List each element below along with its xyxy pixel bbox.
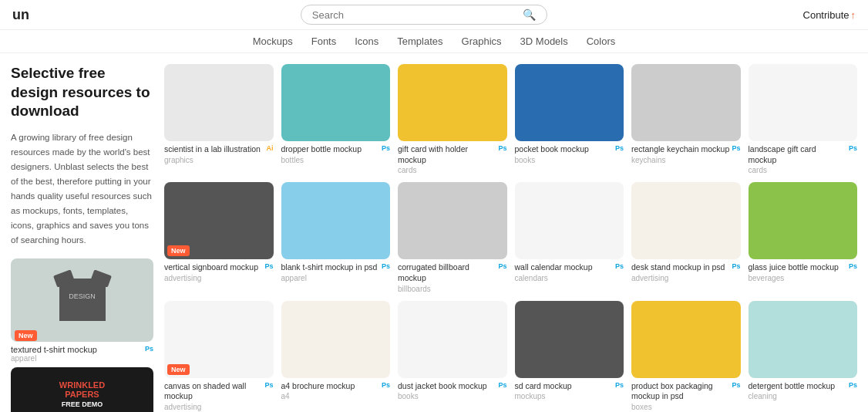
grid-item[interactable]: desk stand mockup in psd Ps advertising	[631, 182, 741, 292]
grid-item-category: cards	[398, 166, 507, 174]
grid-item[interactable]: dropper bottle mockup Ps bottles	[281, 64, 391, 174]
grid-item-category: mockups	[515, 392, 624, 400]
grid-thumb-12	[749, 182, 858, 259]
grid-item-title: detergent bottle mockup	[749, 381, 846, 392]
grid-item-title: landscape gift card mockup	[749, 144, 846, 165]
grid-thumb-3	[398, 64, 507, 141]
grid-item-title: corrugated billboard mockup	[398, 262, 496, 283]
grid-thumb-9	[398, 182, 507, 259]
sidebar-item-category: apparel	[11, 354, 153, 363]
grid-item-category: beverages	[749, 274, 858, 282]
logo[interactable]: un	[12, 7, 29, 23]
grid-item-title: rectangle keychain mockup	[631, 144, 729, 155]
grid-item-format: Ps	[615, 144, 624, 152]
sidebar-thumb-1: DESIGN	[11, 258, 153, 342]
grid-item-title: sd card mockup	[515, 381, 613, 392]
grid-item-format: Ps	[849, 262, 857, 270]
grid-item[interactable]: a4 brochure mockup Ps a4	[281, 301, 391, 411]
grid-thumb-8	[281, 182, 391, 259]
grid-item-format: Ai	[267, 144, 274, 152]
grid-thumb-6	[749, 64, 858, 141]
grid-thumb-4	[515, 64, 624, 141]
grid-thumb-1	[164, 64, 274, 141]
grid-item-title: pocket book mockup	[515, 144, 613, 155]
grid-item[interactable]: rectangle keychain mockup Ps keychains	[631, 64, 741, 174]
grid-item-category: calendars	[515, 274, 624, 282]
nav-tab-mockups[interactable]: Mockups	[253, 35, 293, 47]
grid-item-format: Ps	[382, 381, 390, 389]
grid-thumb-14	[281, 301, 391, 378]
grid-item-category: graphics	[164, 156, 274, 164]
nav-tab-graphics[interactable]: Graphics	[462, 35, 502, 47]
grid-thumb-13: New	[164, 301, 274, 378]
grid-item[interactable]: corrugated billboard mockup Ps billboard…	[398, 182, 507, 292]
search-input[interactable]	[312, 9, 523, 21]
nav-tab-templates[interactable]: Templates	[397, 35, 442, 47]
grid-item-title: wall calendar mockup	[515, 262, 613, 273]
resource-grid: scientist in a lab illustration Ai graph…	[164, 64, 857, 412]
grid-item-format: Ps	[382, 262, 390, 270]
grid-item[interactable]: sd card mockup Ps mockups	[515, 301, 624, 411]
grid-thumb-11	[631, 182, 741, 259]
contribute-arrow-icon: ↑	[851, 9, 856, 21]
grid-item-title: canvas on shaded wall mockup	[164, 381, 262, 402]
sidebar-item-2[interactable]: WRINKLEDPAPERSFREE DEMO	[11, 367, 153, 412]
sidebar-description: A growing library of free design resourc…	[11, 130, 153, 248]
grid-item[interactable]: detergent bottle mockup Ps cleaning	[749, 301, 858, 411]
grid-item[interactable]: New canvas on shaded wall mockup Ps adve…	[164, 301, 274, 411]
grid-item-category: cleaning	[749, 392, 858, 400]
grid-item[interactable]: pocket book mockup Ps books	[515, 64, 624, 174]
grid-item-title: glass juice bottle mockup	[749, 262, 846, 273]
grid-item-format: Ps	[382, 144, 390, 152]
nav-tab-colors[interactable]: Colors	[587, 35, 616, 47]
grid-item-category: apparel	[281, 274, 391, 282]
grid-thumb-17	[631, 301, 741, 378]
grid-item-title: blank t-shirt mockup in psd	[281, 262, 379, 273]
grid-item-category: keychains	[631, 156, 741, 164]
nav-tabs: MockupsFontsIconsTemplatesGraphics3D Mod…	[0, 30, 868, 53]
page-title: Selective free design resources to downl…	[11, 64, 153, 121]
grid-item[interactable]: dust jacket book mockup Ps books	[398, 301, 507, 411]
grid-thumb-5	[631, 64, 741, 141]
grid-item-format: Ps	[849, 144, 857, 152]
nav-tab-icons[interactable]: Icons	[355, 35, 378, 47]
grid-item-category: advertising	[631, 274, 741, 282]
grid-item[interactable]: New vertical signboard mockup Ps adverti…	[164, 182, 274, 292]
search-container: 🔍	[301, 5, 547, 25]
sidebar-badge-new: New	[15, 330, 37, 341]
nav-tab-fonts[interactable]: Fonts	[311, 35, 337, 47]
grid-item-format: Ps	[732, 381, 740, 389]
grid-item[interactable]: landscape gift card mockup Ps cards	[749, 64, 858, 174]
grid-item-title: vertical signboard mockup	[164, 262, 262, 273]
sidebar: Selective free design resources to downl…	[11, 64, 153, 412]
grid-item[interactable]: scientist in a lab illustration Ai graph…	[164, 64, 274, 174]
grid-item-title: a4 brochure mockup	[281, 381, 379, 392]
grid-item-category: advertising	[164, 403, 274, 411]
grid-item-category: advertising	[164, 274, 274, 282]
grid-item-title: dust jacket book mockup	[398, 381, 496, 392]
grid-thumb-7: New	[164, 182, 274, 259]
grid-item-title: desk stand mockup in psd	[631, 262, 729, 273]
grid-item-category: boxes	[631, 403, 741, 411]
grid-item-title: gift card with holder mockup	[398, 144, 496, 165]
grid-item[interactable]: gift card with holder mockup Ps cards	[398, 64, 507, 174]
sidebar-item-title: textured t-shirt mockup	[11, 345, 97, 354]
search-icon[interactable]: 🔍	[523, 8, 536, 21]
grid-item[interactable]: product box packaging mockup in psd Ps b…	[631, 301, 741, 411]
grid-item-format: Ps	[264, 262, 273, 270]
nav-tab-3d models[interactable]: 3D Models	[520, 35, 568, 47]
grid-item[interactable]: glass juice bottle mockup Ps beverages	[749, 182, 858, 292]
grid-thumb-16	[515, 301, 624, 378]
grid-item-category: cards	[749, 166, 858, 174]
grid-item-title: dropper bottle mockup	[281, 144, 379, 155]
grid-item-format: Ps	[849, 381, 857, 389]
grid-item-format: Ps	[615, 381, 624, 389]
sidebar-featured-item[interactable]: DESIGN New textured t-shirt mockup Ps ap…	[11, 258, 153, 363]
grid-item-format: Ps	[498, 262, 506, 270]
grid-item[interactable]: blank t-shirt mockup in psd Ps apparel	[281, 182, 391, 292]
grid-item-format: Ps	[732, 262, 740, 270]
grid-item-category: bottles	[281, 156, 391, 164]
grid-item[interactable]: wall calendar mockup Ps calendars	[515, 182, 624, 292]
grid-item-category: books	[515, 156, 624, 164]
contribute-button[interactable]: Contribute ↑	[803, 9, 856, 21]
